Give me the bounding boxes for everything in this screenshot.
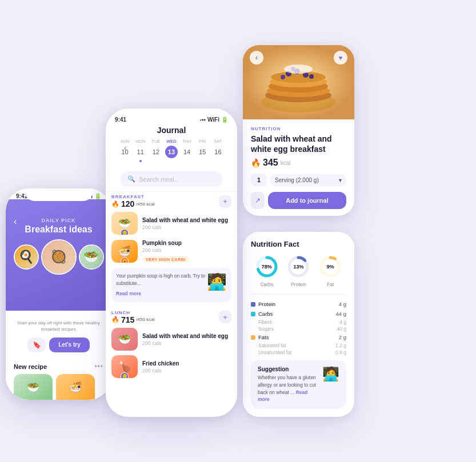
cal-day-sat[interactable]: SAT 16 xyxy=(210,139,226,162)
lunch-item-1[interactable]: 🥗 Salad with wheat and white egg 200 cal… xyxy=(111,328,231,351)
food-detail-img: ‹ ♥ xyxy=(243,45,354,119)
cal-day-tue[interactable]: TUE 12 xyxy=(148,139,163,162)
lunch-item-cals-1: 200 cals xyxy=(142,340,231,346)
mid-scroll[interactable]: BREAKFAST 🔥 120 /450 kcal + 🥗 xyxy=(106,192,237,417)
phone-notch-left xyxy=(25,188,93,201)
recipe-card-img-1: 🥗 xyxy=(14,374,53,400)
read-more-breakfast[interactable]: Read more xyxy=(116,291,141,296)
cal-day-name-fri: FRI xyxy=(199,139,206,144)
nutrition-fact-card: Nutrition Fact 78% Carbs xyxy=(243,232,354,417)
suggestion-figure-bottom: 🧑‍💻 xyxy=(322,366,339,382)
new-recipe-section: New recipe ••• 🥗 Mango and avocado salad… xyxy=(6,358,111,400)
add-journal-row: ↗ Add to journal xyxy=(251,192,346,209)
donut-protein: 13% xyxy=(286,254,311,279)
add-lunch-button[interactable]: + xyxy=(219,311,231,323)
add-breakfast-button[interactable]: + xyxy=(219,195,231,208)
serving-dropdown[interactable]: Serving (2.000 g) ▾ xyxy=(270,174,346,186)
nf-val-carbs: 44 g xyxy=(336,311,347,317)
new-recipe-header: New recipe ••• xyxy=(14,363,103,371)
lunch-item-info-2: Fried chicken 200 cals xyxy=(142,360,231,373)
add-journal-button[interactable]: Add to journal xyxy=(268,192,346,209)
donut-fat-pct: 9% xyxy=(327,264,334,270)
recipe-cards: 🥗 Mango and avocado salad 200 cals 🍜 M..… xyxy=(14,374,103,400)
nf-sub-label-sat-fat: Saturated fat xyxy=(258,343,286,348)
nf-label-fats: Fats xyxy=(251,334,269,340)
suggestion-content: Your pumpkin soup is high on carb. Try t… xyxy=(116,272,207,298)
donut-protein-pct: 13% xyxy=(293,264,303,270)
nf-chart-carbs: 78% Carbs xyxy=(254,254,279,287)
nf-divider xyxy=(251,294,346,295)
cal-dot-mon xyxy=(139,160,142,162)
lunch-header: LUNCH 🔥 715 /450 kcal + xyxy=(111,310,231,324)
phone-notch-mid xyxy=(137,109,206,121)
cal-day-num-fri: 15 xyxy=(196,146,209,158)
start-day-text: Start your day off right with these heal… xyxy=(14,320,103,332)
warning-badge: VERY HIGH CARB! xyxy=(142,256,189,263)
lunch-item-img-1: 🥗 xyxy=(111,328,138,351)
bookmark-button[interactable]: 🔖 xyxy=(27,338,46,352)
back-button-detail[interactable]: ‹ xyxy=(250,51,263,65)
left-buttons: 🔖 Let's try xyxy=(14,338,103,352)
breakfast-item-cals-2: 200 cals xyxy=(142,247,231,253)
nf-label-protein: Protein xyxy=(251,301,275,307)
breakfast-label: BREAKFAST xyxy=(111,194,154,199)
lunch-item-name-2: Fried chicken xyxy=(142,360,231,367)
fire-icon-lunch: 🔥 xyxy=(111,316,119,323)
breakfast-item-2[interactable]: 🍜 😮 Pumpkin soup 200 cals VERY HIGH CARB… xyxy=(111,239,231,263)
breakfast-cal-max: /450 kcal xyxy=(136,202,154,207)
avatar-breakfast-2: 😮 xyxy=(121,257,129,263)
cal-day-wed[interactable]: WED 13 xyxy=(163,139,179,162)
status-icons-mid: ▪▪▪ WiFi 🔋 xyxy=(199,116,228,123)
donut-carbs: 78% xyxy=(254,254,279,279)
recipe-card-2[interactable]: 🍜 M... 2... xyxy=(56,374,95,400)
lunch-item-img-2: 🍗 😊 xyxy=(111,355,138,378)
nf-charts: 78% Carbs 13% Protein xyxy=(251,254,346,287)
breakfast-item-cals-1: 200 cals xyxy=(142,224,231,230)
serving-size-label: Serving (2.000 g) xyxy=(275,177,319,183)
breakfast-item-name-2: Pumpkin soup xyxy=(142,239,231,247)
battery-mid: 🔋 xyxy=(221,116,228,123)
left-body: Start your day off right with these heal… xyxy=(6,311,111,357)
suggestion-figure: 🧑‍💻 xyxy=(207,272,227,291)
recipe-card-1[interactable]: 🥗 Mango and avocado salad 200 cals xyxy=(14,374,53,400)
nf-protein-label: Protein xyxy=(291,282,306,287)
lunch-cal-number: 715 xyxy=(121,315,134,324)
cal-day-name-thu: THU xyxy=(182,139,191,144)
nf-sub-row-unsat-fat: Unsaturated fat 0.8 g xyxy=(251,349,346,356)
lunch-item-name-1: Salad with wheat and white egg xyxy=(142,332,231,340)
suggestion-text: Your pumpkin soup is high on carb. Try t… xyxy=(116,272,207,287)
right-column: ‹ ♥ NUTRITION Salad with wheat and white… xyxy=(237,45,354,417)
left-phone: 9:41 ▪▪▪ WiFi 🔋 ‹ DAILY PICK Breakfast i… xyxy=(6,188,111,400)
mid-phone: 9:41 ▪▪▪ WiFi 🔋 ‹ Journal SUN 10 xyxy=(106,109,237,417)
status-time-mid: 9:41 xyxy=(115,116,126,123)
food-detail-body: NUTRITION Salad with wheat and white egg… xyxy=(243,119,354,216)
breakfast-item-info-1: Salad with wheat and white egg 200 cals xyxy=(142,216,231,230)
search-bar[interactable]: 🔍 Search meal.. xyxy=(121,171,222,187)
heart-button-detail[interactable]: ♥ xyxy=(334,51,347,65)
lunch-section: LUNCH 🔥 715 /450 kcal + 🥗 Salad wi xyxy=(111,310,231,378)
cal-day-name-tue: TUE xyxy=(151,139,160,144)
daily-pick-label: DAILY PICK xyxy=(6,203,111,223)
cal-day-mon[interactable]: MON 11 xyxy=(133,139,148,162)
back-button-mid[interactable]: ‹ xyxy=(124,143,127,152)
breakfast-item-name-1: Salad with wheat and white egg xyxy=(142,216,231,224)
breakfast-section: BREAKFAST 🔥 120 /450 kcal + 🥗 xyxy=(111,194,231,302)
nf-sub-label-sugars: Sugars xyxy=(258,326,274,332)
back-button-left[interactable]: ‹ xyxy=(14,216,17,227)
lets-try-button[interactable]: Let's try xyxy=(49,338,90,352)
nf-dot-protein xyxy=(251,302,255,307)
suggestion-bottom: Suggestion Whether you have a gluten all… xyxy=(251,360,346,409)
app-scene: 9:41 ▪▪▪ WiFi 🔋 ‹ DAILY PICK Breakfast i… xyxy=(0,34,476,428)
cal-day-fri[interactable]: FRI 15 xyxy=(195,139,210,162)
share-button[interactable]: ↗ xyxy=(251,192,265,209)
cal-day-thu[interactable]: THU 14 xyxy=(179,139,195,162)
lunch-item-2[interactable]: 🍗 😊 Fried chicken 200 cals xyxy=(111,355,231,378)
breakfast-left: BREAKFAST 🔥 120 /450 kcal xyxy=(111,194,154,208)
food-bg-1: 🍳 xyxy=(15,246,38,268)
nf-sub-row-fibers: Fibers 4 g xyxy=(251,319,346,326)
suggestion-card: Your pumpkin soup is high on carb. Try t… xyxy=(111,268,231,302)
nf-sub-val-unsat-fat: 0.8 g xyxy=(335,349,346,355)
more-dots[interactable]: ••• xyxy=(94,363,103,371)
suggestion-bottom-content: Suggestion Whether you have a gluten all… xyxy=(258,366,319,403)
breakfast-item-1[interactable]: 🥗 😊 Salad with wheat and white egg 200 c… xyxy=(111,212,231,235)
